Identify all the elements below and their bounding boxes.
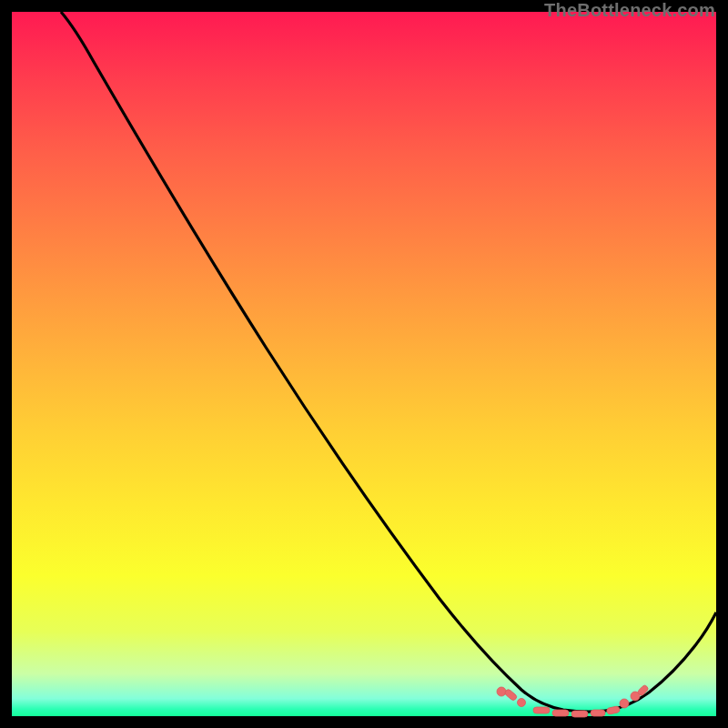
watermark-text: TheBottleneck.com [544,0,715,21]
chart-svg [12,12,716,716]
bottleneck-curve [61,12,716,712]
marker-dash [533,707,550,713]
marker-dash [504,688,518,701]
marker-dash [591,710,605,716]
marker-dot [620,699,629,708]
marker-dash [571,711,588,717]
marker-dot [518,699,526,707]
marker-dash [552,710,569,716]
plot-frame [12,12,716,716]
marker-dash [606,706,620,715]
plot-area [12,12,716,716]
marker-dot [497,687,506,696]
